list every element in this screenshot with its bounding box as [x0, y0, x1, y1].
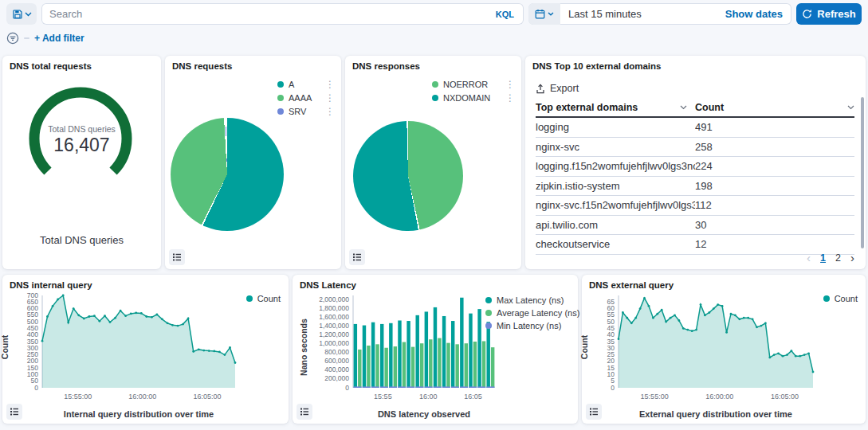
legend-item[interactable]: Count: [823, 294, 858, 303]
legend-item[interactable]: NXDOMAIN⋮: [432, 93, 515, 103]
cell-domain: zipkin.istio-system: [536, 180, 695, 192]
cell-domain: checkoutservice: [536, 238, 695, 250]
pie-chart-dns-responses[interactable]: [353, 121, 463, 231]
legend-label: A: [289, 80, 294, 89]
legend-dot: [823, 295, 830, 302]
time-range-label[interactable]: Last 15 minutes: [560, 8, 642, 20]
svg-text:65: 65: [607, 298, 615, 306]
export-button[interactable]: Export: [536, 83, 579, 94]
legend-dot: [432, 95, 438, 101]
svg-text:1,800,000: 1,800,000: [319, 304, 349, 312]
pagination-page-2[interactable]: 2: [835, 252, 841, 264]
chevron-down-icon: [25, 12, 32, 17]
search-box: KQL: [41, 3, 524, 25]
svg-text:0: 0: [345, 384, 349, 392]
pagination-next[interactable]: ›: [850, 251, 854, 264]
panel-title: DNS Latency: [300, 280, 356, 290]
legend-item[interactable]: Average Latency (ns): [485, 308, 575, 318]
legend-item[interactable]: Max Latency (ns): [485, 295, 575, 305]
legend-item[interactable]: SRV⋮: [277, 107, 335, 116]
cell-domain: nginx-svc: [536, 141, 695, 153]
legend-menu-icon[interactable]: ⋮: [505, 95, 515, 101]
list-icon: [352, 252, 362, 262]
pagination-page-1[interactable]: 1: [820, 252, 826, 264]
show-dates-link[interactable]: Show dates: [725, 8, 791, 20]
legend-item[interactable]: NOERROR⋮: [432, 80, 515, 89]
legend-item[interactable]: Min Latency (ns): [485, 321, 575, 330]
legend-dot: [432, 81, 438, 88]
chevron-down-icon[interactable]: [847, 105, 854, 110]
chevron-down-icon: [548, 12, 554, 16]
svg-text:1,600,000: 1,600,000: [319, 313, 349, 321]
add-filter-link[interactable]: + Add filter: [34, 33, 84, 44]
table-row[interactable]: logging491: [536, 118, 854, 138]
search-input[interactable]: [41, 8, 486, 20]
legend-toggle-button[interactable]: [169, 249, 185, 265]
svg-text:16:00:00: 16:00:00: [705, 393, 733, 401]
filter-divider: [24, 37, 29, 39]
table-scrollbar[interactable]: [861, 97, 864, 248]
pagination-prev[interactable]: ‹: [807, 251, 811, 264]
legend-menu-icon[interactable]: ⋮: [325, 108, 335, 115]
legend-label: NXDOMAIN: [443, 93, 490, 103]
panel-title: DNS external query: [589, 280, 674, 290]
legend-item[interactable]: Count: [246, 294, 281, 303]
pie-legend: NOERROR⋮NXDOMAIN⋮: [432, 80, 515, 103]
legend-toggle-button[interactable]: [297, 404, 312, 420]
legend-menu-icon[interactable]: ⋮: [325, 81, 335, 88]
legend-toggle-button[interactable]: [349, 249, 365, 265]
kql-badge[interactable]: KQL: [486, 10, 524, 19]
table-row[interactable]: api.twilio.com30: [536, 216, 854, 236]
legend-label: Count: [257, 294, 281, 303]
chart-legend: Count: [823, 294, 858, 303]
calendar-dropdown-button[interactable]: [528, 3, 560, 25]
area-chart-internal[interactable]: 0501001502002503003504004505005506006507…: [7, 291, 238, 408]
svg-text:16:00: 16:00: [419, 393, 438, 401]
cell-domain: nginx-svc.f15n2womfujehfjlwv0lgs3no...: [536, 199, 695, 211]
refresh-button[interactable]: Refresh: [796, 3, 862, 25]
list-icon: [10, 407, 19, 416]
column-header-domains[interactable]: Top external domains: [536, 102, 695, 113]
x-axis-title: DNS latency observed: [353, 409, 495, 419]
table-row[interactable]: nginx-svc.f15n2womfujehfjlwv0lgs3no...11…: [536, 196, 854, 216]
table-row[interactable]: nginx-svc258: [536, 138, 854, 158]
chevron-down-icon[interactable]: [680, 105, 687, 110]
cell-domain: logging.f15n2womfujehfjlwv0lgs3nog....: [536, 160, 695, 172]
legend-label: SRV: [289, 107, 306, 116]
column-header-count[interactable]: Count: [695, 102, 854, 113]
column-header-label: Top external domains: [536, 102, 638, 113]
filter-icon: [6, 32, 19, 45]
pie-chart-dns-requests[interactable]: [171, 118, 284, 231]
cell-domain: logging: [536, 121, 695, 133]
panel-title: DNS requests: [172, 61, 232, 71]
saved-query-menu-button[interactable]: [6, 3, 37, 25]
legend-item[interactable]: A⋮: [277, 80, 335, 89]
legend-toggle-button[interactable]: [586, 404, 602, 420]
query-bar: KQL Last 15 minutes Show dates Refresh: [0, 0, 868, 27]
svg-text:1,000,000: 1,000,000: [319, 339, 349, 347]
chart-legend: Max Latency (ns)Average Latency (ns)Min …: [485, 295, 575, 330]
svg-text:200,000: 200,000: [324, 374, 349, 382]
cell-count: 198: [695, 180, 854, 192]
date-picker: Last 15 minutes Show dates: [528, 3, 791, 25]
legend-menu-icon[interactable]: ⋮: [325, 95, 335, 101]
panel-dns-latency: DNS Latency Nano seconds 0200,000400,000…: [293, 275, 578, 424]
table-row[interactable]: zipkin.istio-system198: [536, 177, 854, 197]
legend-item[interactable]: AAAA⋮: [277, 93, 335, 103]
legend-label: Max Latency (ns): [497, 295, 564, 305]
table-row[interactable]: logging.f15n2womfujehfjlwv0lgs3nog....22…: [536, 157, 854, 177]
refresh-label: Refresh: [817, 8, 855, 20]
legend-dot: [277, 81, 284, 88]
panel-dns-total-requests: DNS total requests Total DNS queries 16,…: [2, 56, 161, 269]
area-chart-external[interactable]: 0510152025303540455055606515:55:0016:00:…: [587, 291, 816, 408]
legend-dot: [485, 322, 492, 329]
calendar-icon: [535, 9, 545, 19]
list-icon: [300, 407, 309, 416]
chart-legend: Count: [246, 294, 281, 303]
panel-title: DNS internal query: [10, 280, 92, 290]
bar-chart-latency[interactable]: 0200,000400,000600,000800,0001,000,0001,…: [297, 291, 498, 408]
svg-text:16:00:00: 16:00:00: [128, 393, 156, 401]
export-icon: [536, 84, 545, 94]
legend-menu-icon[interactable]: ⋮: [505, 81, 515, 88]
legend-toggle-button[interactable]: [6, 404, 22, 420]
